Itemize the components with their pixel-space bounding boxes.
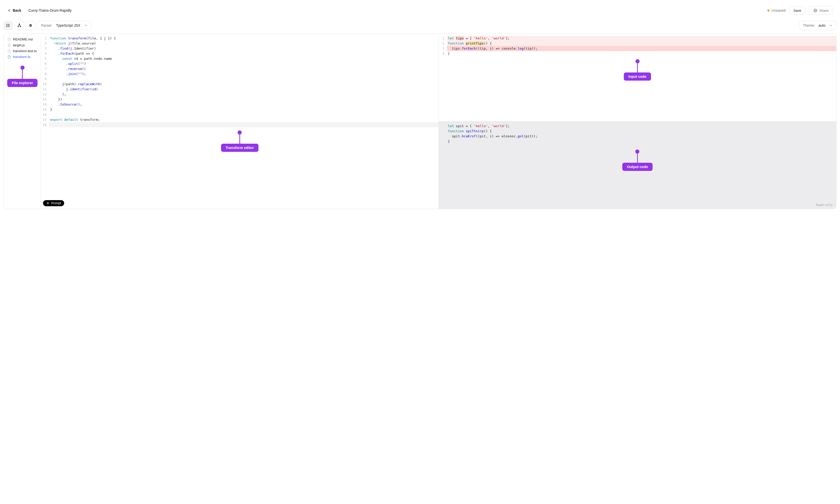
- file-icon: [7, 38, 11, 41]
- svg-point-11: [20, 26, 21, 27]
- back-button[interactable]: Back: [7, 8, 21, 13]
- line-number: 3: [41, 46, 49, 51]
- list-tree-icon: [6, 23, 11, 28]
- unsaved-indicator: Unsaved: [768, 8, 786, 13]
- line-content: j(path).replaceWith(: [49, 82, 439, 87]
- code-line[interactable]: 2 return j(file.source): [41, 41, 439, 46]
- code-line[interactable]: 3 tips.forEach((tip, i) => console.log(t…: [439, 46, 837, 51]
- line-content: .forEach(path => {: [49, 51, 439, 56]
- code-line[interactable]: 16: [41, 112, 439, 117]
- save-button[interactable]: Save: [789, 6, 805, 15]
- code-line[interactable]: 15}: [41, 107, 439, 112]
- code-line[interactable]: 5 const id = path.node.name: [41, 56, 439, 61]
- parser-select[interactable]: Parser: TypeScript JSX: [37, 21, 91, 30]
- line-content: }: [49, 107, 439, 112]
- line-content: let tips = [ 'hello', 'world'];: [447, 36, 837, 41]
- file-item[interactable]: transform.test.ts: [4, 48, 41, 54]
- code-line[interactable]: 1function transform(file, { j }) {: [41, 36, 439, 41]
- callout-label: Output code: [622, 163, 652, 171]
- line-number: 3: [439, 46, 447, 51]
- code-line[interactable]: 14 .toSource();: [41, 102, 439, 107]
- code-line[interactable]: 7 .reverse(): [41, 66, 439, 71]
- line-number: 17: [41, 117, 49, 122]
- line-number: 7: [41, 66, 49, 71]
- input-code-editor[interactable]: 1let tips = [ 'hello', 'world'];2functio…: [439, 34, 837, 121]
- io-panel: 1let tips = [ 'hello', 'world'];2functio…: [439, 34, 837, 209]
- parser-value: TypeScript JSX: [56, 23, 81, 28]
- code-line[interactable]: 3 .find(j.Identifier): [41, 46, 439, 51]
- view-ast-toggle[interactable]: [15, 21, 24, 30]
- line-content: );: [49, 92, 439, 97]
- line-content: spit.hcaErof((pit, i) => elosnoc.gol(pit…: [447, 134, 837, 139]
- header: Back Curvy-Trains-Drum-Rapidly Unsaved S…: [0, 0, 840, 21]
- line-number: 14: [41, 102, 49, 107]
- svg-line-12: [18, 24, 20, 26]
- line-number: 9: [41, 76, 49, 82]
- theme-select[interactable]: Theme: auto: [799, 21, 837, 30]
- save-label: Save: [793, 8, 801, 13]
- line-content: function spiTtnirp() {: [447, 129, 837, 134]
- line-number: 1: [439, 36, 447, 41]
- file-name: transform.ts: [13, 55, 31, 59]
- line-number: 6: [41, 61, 49, 66]
- code-line: let spit = [ 'hello', 'world'];: [439, 124, 837, 129]
- code-line[interactable]: 11 j.identifier(id): [41, 87, 439, 92]
- line-number: 10: [41, 82, 49, 87]
- workspace: README.mdtarget.jstransform.test.tstrans…: [3, 34, 837, 209]
- file-item[interactable]: target.js: [4, 42, 41, 48]
- share-label: Share: [819, 8, 828, 13]
- file-item[interactable]: README.md: [4, 36, 41, 42]
- bug-icon: [28, 23, 33, 28]
- line-content: }: [447, 139, 837, 144]
- share-button[interactable]: Share: [809, 6, 833, 15]
- globe-icon: [813, 8, 817, 13]
- code-line[interactable]: 2function printTips() {: [439, 41, 837, 46]
- code-line[interactable]: 9: [41, 76, 439, 82]
- code-line[interactable]: 17export default transform;: [41, 117, 439, 122]
- file-item[interactable]: transform.ts: [4, 54, 41, 60]
- line-content: [49, 76, 439, 82]
- back-label: Back: [13, 8, 21, 13]
- line-number: 11: [41, 87, 49, 92]
- debug-toggle[interactable]: [26, 21, 35, 30]
- file-name: target.js: [13, 43, 25, 47]
- parser-label: Parser:: [41, 23, 52, 28]
- line-number: 16: [41, 112, 49, 117]
- callout-label: Input code: [624, 72, 651, 80]
- output-code-viewer: let spit = [ 'hello', 'world'];function …: [439, 122, 837, 209]
- tree-icon: [17, 23, 22, 28]
- unsaved-label: Unsaved: [772, 8, 786, 13]
- line-content: function printTips() {: [447, 41, 837, 46]
- line-number: 4: [439, 51, 447, 56]
- file-explorer: README.mdtarget.jstransform.test.tstrans…: [4, 34, 41, 209]
- file-icon: [7, 49, 11, 53]
- code-line[interactable]: 13 }): [41, 97, 439, 102]
- code-line[interactable]: 18: [41, 122, 439, 127]
- svg-point-9: [19, 24, 20, 24]
- line-content: .split(""): [49, 61, 439, 66]
- view-list-toggle[interactable]: [3, 21, 13, 30]
- svg-line-21: [31, 24, 31, 25]
- file-icon: [7, 55, 11, 59]
- code-line[interactable]: 1let tips = [ 'hello', 'world'];: [439, 36, 837, 41]
- line-number: 13: [41, 97, 49, 102]
- code-line[interactable]: 8 .join("");: [41, 71, 439, 76]
- prompt-label: Prompt: [51, 201, 61, 205]
- line-content: [49, 122, 439, 127]
- line-number: 2: [41, 41, 49, 46]
- code-line[interactable]: 6 .split(""): [41, 61, 439, 66]
- transform-editor[interactable]: 1function transform(file, { j }) {2 retu…: [41, 34, 439, 209]
- sparkle-icon: [46, 201, 50, 205]
- line-content: }: [447, 51, 837, 56]
- prompt-button[interactable]: Prompt: [43, 200, 64, 206]
- line-number: 4: [41, 51, 49, 56]
- code-line[interactable]: 4 .forEach(path => {: [41, 51, 439, 56]
- svg-point-7: [6, 25, 7, 26]
- code-line[interactable]: 12 );: [41, 92, 439, 97]
- code-line[interactable]: 4}: [439, 51, 837, 56]
- code-line: spit.hcaErof((pit, i) => elosnoc.gol(pit…: [439, 134, 837, 139]
- theme-value: auto: [819, 23, 825, 28]
- line-content: export default transform;: [49, 117, 439, 122]
- code-line[interactable]: 10 j(path).replaceWith(: [41, 82, 439, 87]
- line-number: 15: [41, 107, 49, 112]
